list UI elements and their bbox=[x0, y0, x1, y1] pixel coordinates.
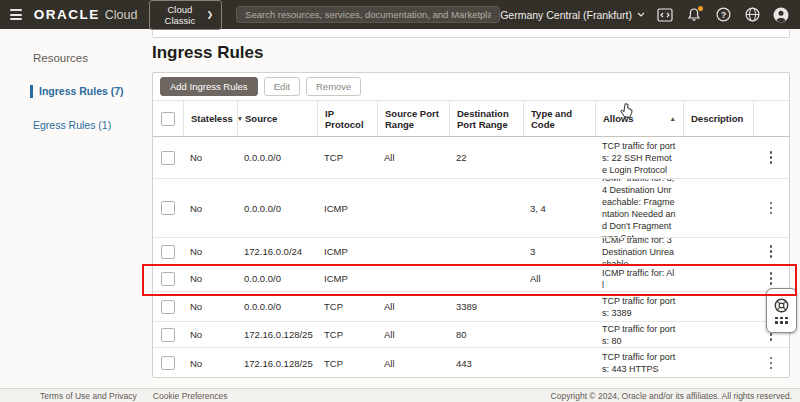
cell-source: 0.0.0.0/0 bbox=[237, 292, 317, 321]
sort-ascending-icon: ▲ bbox=[670, 113, 676, 124]
cookie-preferences-link[interactable]: Cookie Preferences bbox=[153, 391, 228, 401]
cell-src_port: All bbox=[377, 137, 449, 178]
cell-src_port bbox=[377, 238, 449, 265]
cell-stateless: No bbox=[183, 137, 237, 178]
column-header-destination-port-range[interactable]: Destination Port Range bbox=[449, 101, 523, 136]
table-row[interactable]: No172.16.0.128/25TCPAll80TCP traffic for… bbox=[153, 322, 789, 348]
cell-type_code: 3, 4 bbox=[523, 179, 595, 237]
ingress-rules-table-card: Add Ingress Rules Edit Remove Stateless … bbox=[152, 72, 790, 378]
cell-description bbox=[683, 348, 753, 378]
cell-allows: TCP traffic for ports: 443 HTTPS bbox=[595, 348, 683, 378]
column-label: IP Protocol bbox=[325, 108, 370, 130]
oracle-cloud-logo[interactable]: ORACLE Cloud bbox=[34, 7, 138, 22]
brand-oracle: ORACLE bbox=[34, 7, 100, 22]
row-checkbox[interactable] bbox=[161, 201, 175, 215]
globe-icon[interactable] bbox=[743, 6, 761, 24]
row-actions-kebab-icon[interactable] bbox=[766, 353, 777, 374]
cell-source: 0.0.0.0/0 bbox=[237, 266, 317, 291]
column-label: Destination Port Range bbox=[457, 108, 516, 130]
cell-src_port bbox=[377, 266, 449, 291]
table-row[interactable]: No172.16.0.128/25TCPAll443TCP traffic fo… bbox=[153, 348, 789, 378]
table-toolbar: Add Ingress Rules Edit Remove bbox=[153, 73, 789, 100]
cell-type_code: 3 bbox=[523, 238, 595, 265]
cell-type_code bbox=[523, 348, 595, 378]
cell-source: 172.16.0.128/25 bbox=[237, 322, 317, 347]
row-checkbox[interactable] bbox=[161, 356, 175, 370]
column-header-stateless[interactable]: Stateless ▼ bbox=[183, 101, 237, 136]
floating-help-widget[interactable] bbox=[766, 288, 797, 333]
region-selector[interactable]: Germany Central (Frankfurt) bbox=[500, 9, 645, 21]
select-all-checkbox[interactable] bbox=[161, 112, 175, 126]
row-checkbox[interactable] bbox=[161, 272, 175, 286]
cloud-classic-label: Cloud Classic bbox=[158, 4, 201, 26]
apps-dots-grid-icon bbox=[775, 317, 788, 324]
code-console-icon[interactable] bbox=[656, 6, 674, 24]
cell-protocol: ICMP bbox=[317, 266, 377, 291]
column-label: Source Port Range bbox=[385, 108, 442, 130]
edit-button[interactable]: Edit bbox=[264, 77, 300, 97]
page-title: Ingress Rules bbox=[152, 43, 264, 63]
chevron-down-icon bbox=[637, 12, 645, 17]
row-checkbox[interactable] bbox=[161, 151, 175, 165]
user-avatar[interactable] bbox=[772, 6, 790, 24]
cell-dst_port: 3389 bbox=[449, 292, 523, 321]
cell-type_code bbox=[523, 322, 595, 347]
cell-allows: TCP traffic for ports: 80 bbox=[595, 322, 683, 347]
cell-source: 172.16.0.128/25 bbox=[237, 348, 317, 378]
sidebar-item-egress-rules[interactable]: Egress Rules (1) bbox=[33, 119, 150, 132]
chevron-right-icon: ❯ bbox=[206, 10, 213, 19]
resources-sidebar: Resources Ingress Rules (7) Egress Rules… bbox=[0, 29, 150, 388]
sidebar-item-ingress-rules[interactable]: Ingress Rules (7) bbox=[30, 85, 150, 98]
column-header-source-port-range[interactable]: Source Port Range bbox=[377, 101, 449, 136]
notifications-bell-icon[interactable] bbox=[685, 6, 703, 24]
row-actions-kebab-icon[interactable] bbox=[766, 268, 777, 289]
row-checkbox[interactable] bbox=[161, 300, 175, 314]
column-header-type-and-code[interactable]: Type and Code bbox=[523, 101, 595, 136]
table-row[interactable]: No0.0.0.0/0TCPAll3389TCP traffic for por… bbox=[153, 292, 789, 322]
hamburger-menu-icon[interactable] bbox=[10, 9, 22, 20]
cell-stateless: No bbox=[183, 266, 237, 291]
column-label: Stateless bbox=[191, 113, 233, 124]
column-header-ip-protocol[interactable]: IP Protocol bbox=[317, 101, 377, 136]
main-content: Ingress Rules Add Ingress Rules Edit Rem… bbox=[150, 29, 800, 388]
page-footer: Terms of Use and Privacy Cookie Preferen… bbox=[0, 388, 800, 402]
table-row[interactable]: No0.0.0.0/0TCPAll22TCP traffic for ports… bbox=[153, 137, 789, 179]
svg-text:?: ? bbox=[720, 10, 725, 20]
cell-protocol: ICMP bbox=[317, 179, 377, 237]
cell-dst_port bbox=[449, 238, 523, 265]
cell-description bbox=[683, 179, 753, 237]
cell-dst_port bbox=[449, 179, 523, 237]
cell-dst_port bbox=[449, 266, 523, 291]
row-checkbox[interactable] bbox=[161, 245, 175, 259]
cell-dst_port: 22 bbox=[449, 137, 523, 178]
row-actions-kebab-icon[interactable] bbox=[766, 198, 777, 219]
remove-button[interactable]: Remove bbox=[306, 77, 361, 97]
row-checkbox[interactable] bbox=[161, 328, 175, 342]
top-navigation-bar: ORACLE Cloud Cloud Classic ❯ Germany Cen… bbox=[0, 0, 800, 29]
add-ingress-rules-button[interactable]: Add Ingress Rules bbox=[160, 77, 258, 97]
cell-stateless: No bbox=[183, 292, 237, 321]
column-label: Description bbox=[691, 113, 743, 124]
cell-description bbox=[683, 292, 753, 321]
column-header-source[interactable]: Source bbox=[237, 101, 317, 136]
table-row[interactable]: No0.0.0.0/0ICMPAllICMP traffic for: All bbox=[153, 266, 789, 292]
terms-of-use-link[interactable]: Terms of Use and Privacy bbox=[40, 391, 137, 401]
table-row[interactable]: No172.16.0.0/24ICMP3ICMP traffic for: 3 … bbox=[153, 238, 789, 266]
cell-protocol: ICMP bbox=[317, 238, 377, 265]
row-actions-kebab-icon[interactable] bbox=[766, 147, 777, 168]
table-header-row: Stateless ▼ Source IP Protocol Source Po… bbox=[153, 100, 789, 137]
cell-dst_port: 443 bbox=[449, 348, 523, 378]
help-icon[interactable]: ? bbox=[714, 6, 732, 24]
column-header-description[interactable]: Description bbox=[683, 101, 753, 136]
brand-cloud: Cloud bbox=[105, 8, 138, 22]
row-actions-kebab-icon[interactable] bbox=[766, 241, 777, 262]
cell-src_port: All bbox=[377, 322, 449, 347]
column-header-allows[interactable]: Allows ▲ bbox=[595, 101, 683, 136]
cell-type_code bbox=[523, 292, 595, 321]
cloud-classic-button[interactable]: Cloud Classic ❯ bbox=[149, 0, 222, 30]
column-label: Type and Code bbox=[531, 108, 588, 130]
table-row[interactable]: No0.0.0.0/0ICMP3, 4ICMP traffic for: 3, … bbox=[153, 179, 789, 238]
cell-stateless: No bbox=[183, 179, 237, 237]
cell-allows: ICMP traffic for: 3, 4 Destination Unrea… bbox=[595, 179, 683, 237]
search-input[interactable] bbox=[236, 6, 500, 23]
